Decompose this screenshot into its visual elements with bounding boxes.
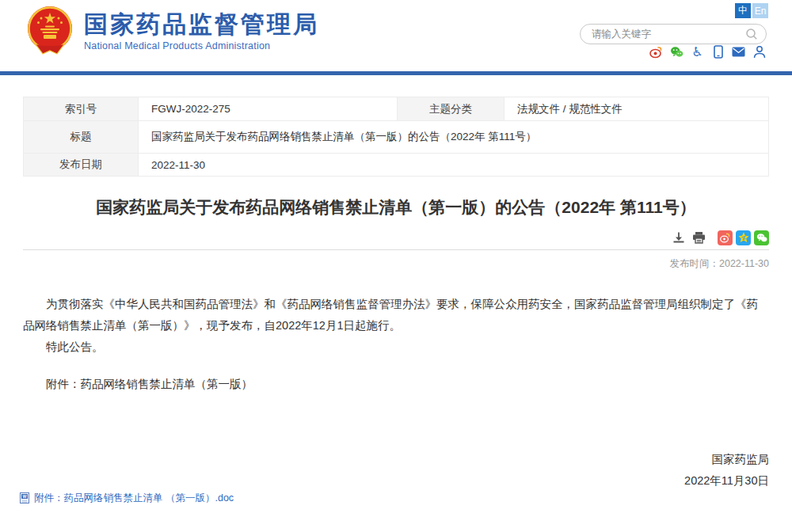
site-search[interactable] <box>580 24 767 44</box>
title-value: 国家药监局关于发布药品网络销售禁止清单（第一版）的公告（2022年 第111号） <box>139 121 769 154</box>
publish-date-label: 发布日期 <box>24 154 139 177</box>
attachment-mention: 附件：药品网络销售禁止清单（第一版） <box>23 377 769 392</box>
index-number-label: 索引号 <box>24 97 139 121</box>
share-weibo-icon[interactable] <box>718 230 733 245</box>
header-divider <box>0 71 792 75</box>
search-input[interactable] <box>592 28 745 40</box>
site-title-zh: 国家药品监督管理局 <box>84 11 319 38</box>
mail-icon[interactable] <box>732 45 745 59</box>
body-paragraph-1: 为贯彻落实《中华人民共和国药品管理法》和《药品网络销售监督管理办法》要求，保障公… <box>23 294 769 336</box>
user-icon[interactable] <box>752 45 766 59</box>
signature-org: 国家药监局 <box>23 449 769 470</box>
subject-category-value: 法规文件 / 规范性文件 <box>505 97 769 121</box>
svg-text:W: W <box>22 494 27 499</box>
publish-date-value: 2022-11-30 <box>139 154 769 177</box>
lang-en-button[interactable]: En <box>752 3 768 18</box>
language-toggle: 中 En <box>735 3 768 18</box>
print-icon[interactable] <box>691 230 706 245</box>
signature-block: 国家药监局 2022年11月30日 <box>23 449 769 492</box>
doc-file-icon: W <box>20 492 31 504</box>
header-quick-icons: ♿ <box>649 45 766 59</box>
article-body: 为贯彻落实《中华人民共和国药品管理法》和《药品网络销售监督管理办法》要求，保障公… <box>23 294 769 358</box>
article-container: 索引号 FGWJ-2022-275 主题分类 法规文件 / 规范性文件 标题 国… <box>23 97 769 492</box>
lang-zh-button[interactable]: 中 <box>735 3 751 18</box>
footer-attachment: W 附件：药品网络销售禁止清单 （第一版）.doc <box>20 492 234 505</box>
share-buttons <box>718 230 769 245</box>
weibo-icon[interactable] <box>649 45 663 59</box>
site-header: 国家药品监督管理局 National Medical Products Admi… <box>0 0 792 71</box>
index-number-value: FGWJ-2022-275 <box>139 97 398 121</box>
subject-category-label: 主题分类 <box>398 97 505 121</box>
table-row: 发布日期 2022-11-30 <box>24 154 769 177</box>
site-title-en: National Medical Products Administration <box>84 40 319 51</box>
table-row: 标题 国家药监局关于发布药品网络销售禁止清单（第一版）的公告（2022年 第11… <box>24 121 769 154</box>
document-info-table: 索引号 FGWJ-2022-275 主题分类 法规文件 / 规范性文件 标题 国… <box>23 97 769 177</box>
site-identity: 国家药品监督管理局 National Medical Products Admi… <box>84 11 319 51</box>
page-title: 国家药监局关于发布药品网络销售禁止清单（第一版）的公告（2022年 第111号） <box>23 196 769 218</box>
title-label: 标题 <box>24 121 139 154</box>
mobile-icon[interactable] <box>711 45 725 59</box>
search-icon[interactable] <box>745 28 758 40</box>
title-divider <box>23 249 769 250</box>
article-toolbar <box>23 230 769 245</box>
publish-time: 发布时间：2022-11-30 <box>23 257 769 271</box>
national-emblem-logo <box>24 5 76 57</box>
body-paragraph-2: 特此公告。 <box>23 336 769 358</box>
share-wechat-icon[interactable] <box>754 230 769 245</box>
table-row: 索引号 FGWJ-2022-275 主题分类 法规文件 / 规范性文件 <box>24 97 769 121</box>
download-icon[interactable] <box>672 230 686 245</box>
signature-date: 2022年11月30日 <box>23 470 769 492</box>
wechat-icon[interactable] <box>670 45 683 59</box>
attachment-doc-link[interactable]: 附件：药品网络销售禁止清单 （第一版）.doc <box>34 492 234 505</box>
accessibility-icon[interactable]: ♿ <box>691 45 704 59</box>
share-qzone-icon[interactable] <box>736 230 751 245</box>
